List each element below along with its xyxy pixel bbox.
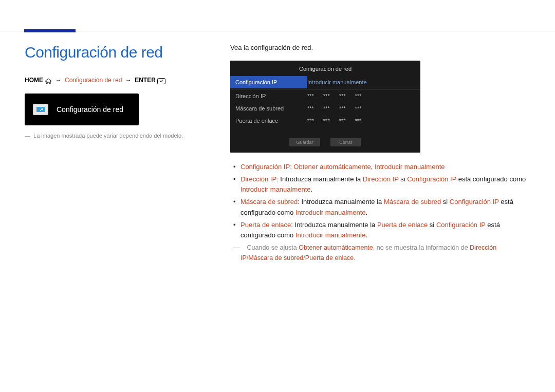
tv-title: Configuración de red	[230, 61, 420, 76]
tv-row-value: *** *** *** ***	[307, 90, 420, 102]
arrow-icon: →	[124, 77, 133, 84]
tv-close-button[interactable]: Cerrar	[330, 138, 361, 146]
bullet-ipconfig: Configuración IP: Obtener automáticament…	[230, 162, 530, 172]
tv-buttons: Guardar Cerrar	[230, 138, 420, 146]
bullet-ip: Dirección IP: Introduzca manualmente la …	[230, 174, 530, 195]
image-disclaimer-text: La imagen mostrada puede variar dependie…	[33, 133, 183, 139]
arrow-icon: →	[54, 77, 63, 84]
accent-bar	[24, 29, 76, 32]
tv-row-value: *** *** *** ***	[307, 102, 420, 115]
tv-row-label: Máscara de subred	[230, 102, 307, 115]
bullet-list: Configuración IP: Obtener automáticament…	[230, 162, 530, 240]
breadcrumb-home: HOME	[25, 77, 43, 84]
tv-row-label: Configuración IP	[230, 76, 307, 88]
network-config-widget: Configuración de red	[25, 94, 139, 125]
tv-row-value: Introducir manualmente	[307, 76, 420, 88]
breadcrumb-enter: ENTER	[135, 77, 156, 84]
tv-row-value: *** *** *** ***	[307, 115, 420, 127]
manual-page: Configuración de red HOME → Configuració…	[0, 31, 555, 392]
tv-save-button[interactable]: Guardar	[289, 138, 320, 146]
left-column: Configuración de red HOME → Configuració…	[25, 44, 215, 263]
tv-screenshot: Configuración de red Configuración IP In…	[230, 61, 420, 153]
enter-icon	[157, 77, 165, 84]
note-auto: ―Cuando se ajusta Obtener automáticament…	[230, 242, 530, 263]
widget-label: Configuración de red	[57, 105, 123, 114]
dash-icon: ―	[233, 244, 240, 251]
dash-icon: ―	[25, 133, 30, 139]
bullet-gateway: Puerta de enlace: Introduzca manualmente…	[230, 220, 530, 240]
breadcrumb-step: Configuración de red	[65, 77, 122, 84]
tv-row-mask: Máscara de subred *** *** *** ***	[230, 102, 420, 115]
tv-row-label: Puerta de enlace	[230, 115, 307, 127]
laptop-icon	[33, 104, 48, 115]
home-icon	[45, 77, 52, 84]
tv-row-label: Dirección IP	[230, 90, 307, 102]
tv-row-ipconfig: Configuración IP Introducir manualmente	[230, 76, 420, 88]
content-columns: Configuración de red HOME → Configuració…	[0, 31, 555, 263]
intro-text: Vea la configuración de red.	[230, 44, 530, 51]
svg-point-2	[40, 110, 41, 111]
right-column: Vea la configuración de red. Configuraci…	[215, 44, 530, 263]
breadcrumb: HOME → Configuración de red → ENTER	[25, 77, 215, 84]
tv-row-ip: Dirección IP *** *** *** ***	[230, 90, 420, 102]
tv-row-gateway: Puerta de enlace *** *** *** ***	[230, 115, 420, 127]
image-disclaimer: ― La imagen mostrada puede variar depend…	[25, 133, 215, 139]
bullet-mask: Máscara de subred: Introduzca manualment…	[230, 197, 530, 217]
page-title: Configuración de red	[25, 44, 215, 61]
